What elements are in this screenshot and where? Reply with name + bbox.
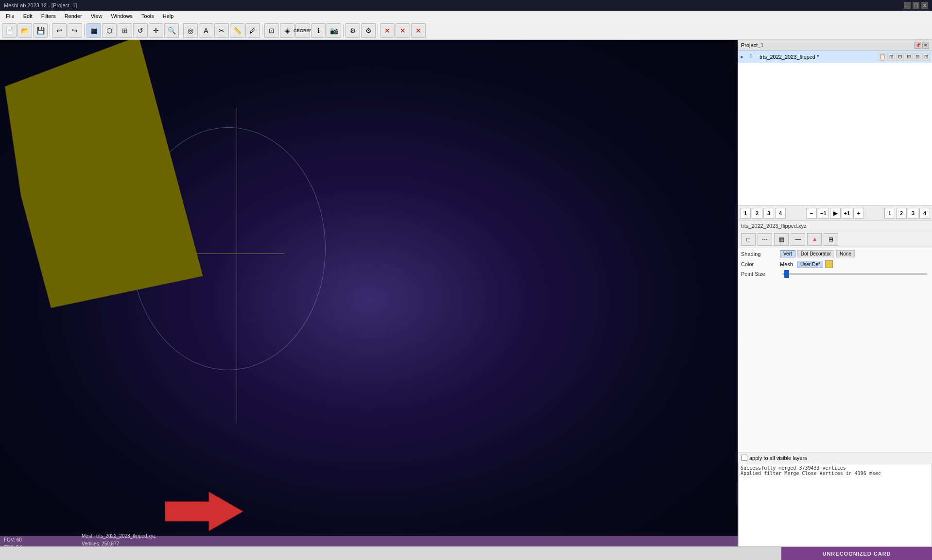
- rotate-tool[interactable]: ↺: [133, 23, 148, 38]
- mesh-name-label: Mesh: trts_2022_2023_flipped.xyz: [82, 532, 155, 540]
- panel-title: Project_1: [741, 42, 763, 48]
- bottom-status-bar: UNRECOGNIZED CARD: [0, 546, 932, 560]
- shading-dot-button[interactable]: Dot Decorator: [797, 250, 834, 257]
- main-layout: FOV: 60 FPS: 5.8 BQ_RENDERING Mesh: trts…: [0, 40, 932, 560]
- fov-label: FOV: 60: [4, 536, 43, 544]
- status-bar-left: [0, 547, 781, 560]
- redo-button[interactable]: ↪: [68, 23, 82, 38]
- cut-tool[interactable]: ✂: [214, 23, 229, 38]
- viewport[interactable]: FOV: 60 FPS: 5.8 BQ_RENDERING Mesh: trts…: [0, 40, 738, 560]
- nav-prev-many-button[interactable]: −: [806, 208, 817, 219]
- menu-view[interactable]: View: [87, 12, 106, 20]
- panel-titlebar: Project_1 📌 ✕: [738, 40, 932, 51]
- mesh-filename-display: trts_2022_2023_flipped.xyz: [738, 221, 932, 231]
- menu-help[interactable]: Help: [159, 12, 178, 20]
- nav-next-many-button[interactable]: +: [853, 208, 864, 219]
- apply-all-label: apply to all visible layers: [749, 455, 807, 461]
- save-button[interactable]: 💾: [33, 23, 48, 38]
- camera-button[interactable]: 📷: [327, 23, 341, 38]
- toolbar-sep-2: [84, 24, 85, 37]
- raster-button[interactable]: ◈: [280, 23, 294, 38]
- nav-view4-button[interactable]: 4: [919, 208, 930, 219]
- menu-tools[interactable]: Tools: [138, 12, 158, 20]
- new-project-button[interactable]: 📄: [2, 23, 17, 38]
- light-button[interactable]: A: [199, 23, 213, 38]
- layer-view3-button[interactable]: ⊡: [905, 53, 913, 61]
- layer-copy-button[interactable]: 📋: [879, 53, 886, 61]
- nav-btn-3[interactable]: 3: [763, 208, 774, 219]
- properties-section: Shading Vert Dot Decorator None Color Me…: [738, 248, 932, 452]
- layer-view4-button[interactable]: ⊡: [914, 53, 921, 61]
- render-raster-button[interactable]: ⊞: [824, 233, 838, 246]
- layer-visibility-icon[interactable]: ●: [740, 54, 748, 60]
- zoom-tool[interactable]: 🔍: [164, 23, 179, 38]
- undo-button[interactable]: ↩: [52, 23, 67, 38]
- menu-file[interactable]: File: [2, 12, 18, 20]
- nav-buttons: 1 2 3 4 − −1 ▶ +1 + 1 2 3 4: [738, 206, 932, 221]
- measure-tool[interactable]: 📏: [230, 23, 244, 38]
- render-wire-button[interactable]: ▦: [774, 233, 789, 246]
- menu-edit[interactable]: Edit: [19, 12, 36, 20]
- pan-tool[interactable]: ✛: [149, 23, 163, 38]
- color-userdef-button[interactable]: User-Def: [797, 261, 823, 268]
- shading-label: Shading: [741, 251, 780, 257]
- log-message-2: Applied filter Merge Close Vertices in 4…: [741, 471, 930, 476]
- app-title: MeshLab 2023.12 - [Project_1]: [4, 2, 77, 8]
- nav-btn-1[interactable]: 1: [740, 208, 751, 219]
- layer-view2-button[interactable]: ⊡: [896, 53, 904, 61]
- maximize-button[interactable]: ☐: [913, 2, 919, 9]
- right-panel: Project_1 📌 ✕ ● 0 trts_2022_2023_flipped…: [738, 40, 932, 560]
- select-face-tool[interactable]: ⬡: [102, 23, 117, 38]
- nav-play-button[interactable]: ▶: [830, 208, 841, 219]
- select-connected-tool[interactable]: ⊞: [118, 23, 132, 38]
- nav-btn-2[interactable]: 2: [752, 208, 762, 219]
- paint-tool[interactable]: 🖊: [245, 23, 260, 38]
- render-texture-button[interactable]: 🔺: [807, 233, 822, 246]
- nav-view3-button[interactable]: 3: [908, 208, 918, 219]
- georef-button[interactable]: GEOREF: [295, 23, 310, 38]
- delete3-button[interactable]: ✕: [411, 23, 426, 38]
- color-label: Color: [741, 261, 780, 267]
- panel-pin-button[interactable]: 📌: [915, 42, 921, 49]
- trackball-button[interactable]: ◎: [183, 23, 198, 38]
- render-edge-button[interactable]: —: [791, 233, 805, 246]
- close-button[interactable]: ✕: [921, 2, 928, 9]
- panel-close-button[interactable]: ✕: [922, 42, 929, 49]
- layer-view5-button[interactable]: ⊡: [922, 53, 930, 61]
- delete1-button[interactable]: ✕: [380, 23, 395, 38]
- menu-render[interactable]: Render: [61, 12, 86, 20]
- align-button[interactable]: ⊡: [264, 23, 279, 38]
- menu-filters[interactable]: Filters: [37, 12, 60, 20]
- layer-list: ● 0 trts_2022_2023_flipped * 📋 ⊡ ⊡ ⊡ ⊡ ⊡: [738, 51, 932, 206]
- nav-next-button[interactable]: +1: [842, 208, 853, 219]
- minimize-button[interactable]: —: [904, 2, 911, 9]
- color-swatch[interactable]: [825, 260, 833, 268]
- nav-view2-button[interactable]: 2: [896, 208, 907, 219]
- open-button[interactable]: 📂: [17, 23, 32, 38]
- render-icons-row: □ ⋯ ▦ — 🔺 ⊞: [738, 231, 932, 248]
- menu-windows[interactable]: Windows: [107, 12, 137, 20]
- panel-title-controls: 📌 ✕: [915, 42, 929, 49]
- layer-view1-button[interactable]: ⊡: [887, 53, 895, 61]
- shading-vert-button[interactable]: Vert: [780, 250, 795, 257]
- apply-all-checkbox[interactable]: [741, 455, 747, 461]
- point-size-thumb: [784, 270, 789, 278]
- point-size-slider[interactable]: [782, 273, 927, 275]
- toolbar-sep-6: [378, 24, 378, 37]
- render-solid-button[interactable]: □: [741, 233, 756, 246]
- delete2-button[interactable]: ✕: [396, 23, 410, 38]
- nav-view1-button[interactable]: 1: [884, 208, 895, 219]
- layer-row[interactable]: ● 0 trts_2022_2023_flipped * 📋 ⊡ ⊡ ⊡ ⊡ ⊡: [738, 51, 932, 63]
- point-size-controls: [780, 273, 929, 275]
- nav-btn-4[interactable]: 4: [775, 208, 786, 219]
- filter1-button[interactable]: ⚙: [345, 23, 360, 38]
- filter2-button[interactable]: ⚙: [361, 23, 376, 38]
- color-mesh-label: Mesh: [780, 261, 793, 267]
- shading-none-button[interactable]: None: [836, 250, 855, 257]
- nav-prev-button[interactable]: −1: [818, 208, 829, 219]
- select-tool[interactable]: ▦: [86, 23, 101, 38]
- shading-controls: Vert Dot Decorator None: [780, 250, 929, 257]
- render-points-button[interactable]: ⋯: [758, 233, 772, 246]
- color-controls: Mesh User-Def: [780, 260, 929, 268]
- info-button[interactable]: ℹ: [311, 23, 326, 38]
